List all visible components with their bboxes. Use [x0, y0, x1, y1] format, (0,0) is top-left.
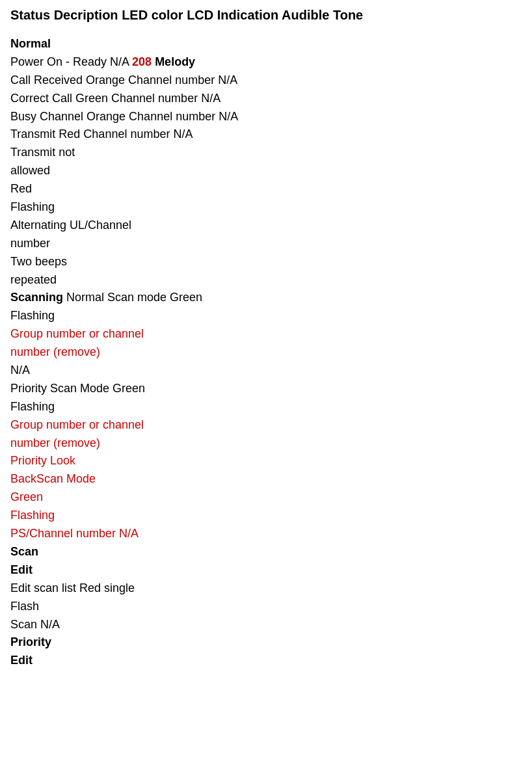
line-scan-na: Scan N/A — [10, 616, 522, 634]
line-group-number-2: Group number or channel — [10, 416, 522, 434]
line-flashing-1: Flashing — [10, 198, 522, 217]
line-number-remove-1: number (remove) — [10, 343, 522, 362]
melody-label: Melody — [152, 55, 195, 68]
line-edit: Edit — [10, 561, 522, 580]
line-priority-look: Priority Look — [10, 452, 522, 470]
line-backscan-mode: BackScan Mode — [10, 470, 522, 488]
number-208: 208 — [132, 55, 152, 68]
line-power-on: Power On - Ready N/A 208 Melody — [10, 53, 522, 72]
line-green: Green — [10, 488, 522, 507]
line-flash: Flash — [10, 598, 522, 616]
line-flashing-2: Flashing — [10, 307, 522, 325]
line-two-beeps: Two beeps — [10, 253, 522, 271]
line-scanning: Scanning Normal Scan mode Green — [10, 289, 522, 307]
scanning-label: Scanning — [10, 291, 63, 304]
header: Status Decription LED color LCD Indicati… — [10, 7, 522, 23]
line-number-remove-2: number (remove) — [10, 434, 522, 453]
line-busy-channel: Busy Channel Orange Channel number N/A — [10, 108, 522, 126]
line-correct-call: Correct Call Green Channel number N/A — [10, 90, 522, 108]
line-alternating: Alternating UL/Channel — [10, 217, 522, 235]
line-transmit-not: Transmit not — [10, 144, 522, 162]
line-allowed: allowed — [10, 162, 522, 180]
line-red: Red — [10, 180, 522, 198]
line-priority-scan-mode: Priority Scan Mode Green — [10, 380, 522, 398]
content-body: Normal Power On - Ready N/A 208 Melody C… — [10, 35, 522, 670]
line-number-1: number — [10, 235, 522, 253]
line-transmit-red: Transmit Red Channel number N/A — [10, 126, 522, 144]
line-priority-heading: Priority — [10, 634, 522, 652]
line-repeated: repeated — [10, 271, 522, 289]
line-edit-scan-list: Edit scan list Red single — [10, 580, 522, 598]
line-na-1: N/A — [10, 362, 522, 380]
line-ps-channel: PS/Channel number N/A — [10, 525, 522, 543]
line-flashing-3: Flashing — [10, 398, 522, 416]
scanning-desc: Normal Scan mode Green — [63, 291, 202, 304]
line-flashing-4: Flashing — [10, 507, 522, 525]
power-on-label: Power On - Ready N/A — [10, 55, 132, 68]
line-group-number-1: Group number or channel — [10, 325, 522, 343]
line-scan: Scan — [10, 543, 522, 561]
normal-heading: Normal — [10, 35, 522, 53]
line-edit-heading: Edit — [10, 652, 522, 670]
line-call-received: Call Received Orange Channel number N/A — [10, 72, 522, 90]
